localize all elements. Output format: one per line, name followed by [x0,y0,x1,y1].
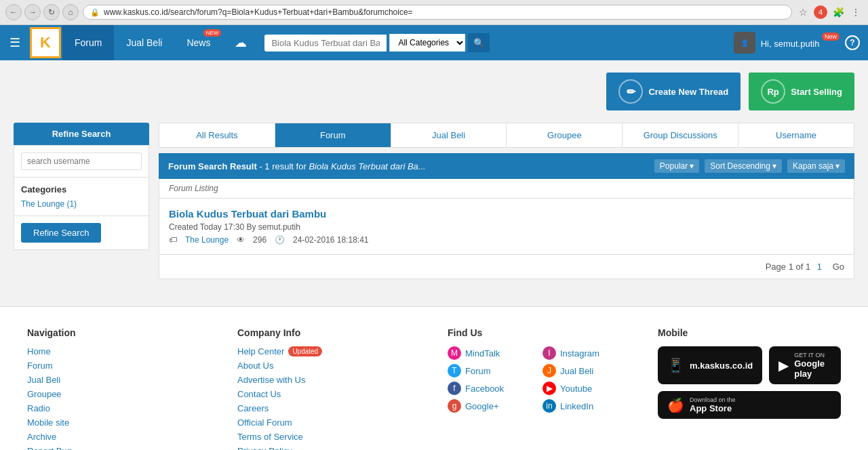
jualbeli-icon: J [542,364,556,377]
footer-link-groupee[interactable]: Groupee [27,389,210,399]
sort-popular-button[interactable]: Popular ▾ [654,159,699,173]
search-bar: All Categories 🔍 [264,33,490,52]
reload-button[interactable]: ↻ [43,4,60,20]
hamburger-menu[interactable]: ☰ [0,35,30,50]
category-select[interactable]: All Categories [389,34,465,52]
notification-icon[interactable]: 4 [814,5,827,19]
new-badge: New [822,33,840,41]
menu-icon[interactable]: ⋮ [849,5,863,19]
tab-group-discussions[interactable]: Group Discussions [623,123,738,147]
refine-search-button[interactable]: Refine Search [21,223,101,243]
result-sort-controls: Popular ▾ Sort Descending ▾ Kapan saja ▾ [654,159,845,173]
back-button[interactable]: ← [5,4,22,20]
footer-link-home[interactable]: Home [27,346,210,356]
result-item: Biola Kudus Terbuat dari Bambu Created T… [159,199,854,255]
create-thread-button[interactable]: ✏ Create New Thread [606,73,741,110]
footer-contact-us[interactable]: Contact Us [237,389,420,399]
nav-news[interactable]: News NEW [174,25,222,60]
facebook-icon: f [448,382,461,395]
navbar: ☰ K Forum Jual Beli News NEW ☁ All Categ… [0,25,868,60]
tab-all-results[interactable]: All Results [159,123,275,147]
sort-kapan-button[interactable]: Kapan saja ▾ [787,159,845,173]
forum-listing-label: Forum Listing [159,179,854,199]
browser-action-icons: ☆ 4 🧩 ⋮ [796,5,863,19]
url-text: www.kaskus.co.id/search/forum?q=Biola+Ku… [104,7,785,17]
find-us-youtube[interactable]: ▶ Youtube [542,382,624,395]
nav-jual-beli[interactable]: Jual Beli [114,25,174,60]
tabs-bar: All Results Forum Jual Beli Groupee Grou… [159,123,854,148]
search-button[interactable]: 🔍 [468,33,490,52]
find-us-facebook[interactable]: f Facebook [448,382,529,395]
sidebar-categories: Categories The Lounge (1) [14,178,149,216]
sidebar-search-box [14,145,149,178]
categories-title: Categories [21,184,142,195]
result-header: Forum Search Result - 1 result for Biola… [159,153,854,179]
footer-terms[interactable]: Terms of Service [237,432,420,442]
youtube-icon: ▶ [542,382,556,395]
pagination-text: Page 1 of 1 [766,262,811,272]
mobile-badge-row-1: 📱 m.kaskus.co.id ▶ GET IT ON Google play [658,346,841,384]
nav-cloud-icon[interactable]: ☁ [222,25,259,60]
find-us-instagram[interactable]: I Instagram [542,346,624,360]
footer-link-mobile-site[interactable]: Mobile site [27,417,210,428]
pagination: Page 1 of 1 1 Go [159,255,854,279]
sort-descending-button[interactable]: Sort Descending ▾ [705,159,782,173]
google-play-sub: GET IT ON [794,352,831,359]
forward-button[interactable]: → [24,4,41,20]
kaskus-mobile-badge[interactable]: 📱 m.kaskus.co.id [658,346,762,384]
tag-lounge-link[interactable]: The Lounge [185,235,229,245]
username-search-input[interactable] [21,152,142,170]
footer-link-forum[interactable]: Forum [27,361,210,371]
footer-nav-title: Navigation [27,327,210,338]
find-us-googleplus[interactable]: g Google+ [448,399,529,413]
results-area: All Results Forum Jual Beli Groupee Grou… [159,123,854,279]
find-us-jual-beli[interactable]: J Jual Beli [542,364,624,377]
nav-right: 👤 Hi, semut.putih New ? [734,32,868,54]
footer-careers[interactable]: Careers [237,403,420,413]
extension-icon[interactable]: 🧩 [831,5,845,19]
footer-advertise[interactable]: Advertise with Us [237,375,420,385]
google-play-badge[interactable]: ▶ GET IT ON Google play [769,346,841,384]
pagination-page-link[interactable]: 1 [817,262,822,272]
footer-official-forum[interactable]: Official Forum [237,417,420,428]
footer-link-report-bug[interactable]: Report Bug [27,446,210,450]
sidebar: Refine Search Categories The Lounge (1) … [14,123,149,279]
tab-jual-beli[interactable]: Jual Beli [391,123,507,147]
sidebar-refine-action: Refine Search [14,216,149,250]
result-item-title[interactable]: Biola Kudus Terbuat dari Bambu [169,208,326,220]
address-bar[interactable]: 🔒 www.kaskus.co.id/search/forum?q=Biola+… [83,5,792,20]
avatar[interactable]: 👤 [734,32,755,54]
app-store-sub: Download on the [690,396,736,403]
item-date: 24-02-2016 18:18:41 [293,235,368,245]
footer-link-jual-beli[interactable]: Jual Beli [27,375,210,385]
find-us-mindtalk[interactable]: M MindTalk [448,346,529,360]
tab-username[interactable]: Username [738,123,854,147]
find-us-grid: M MindTalk I Instagram T Forum J [448,346,631,413]
app-store-badge[interactable]: 🍎 Download on the App Store [658,391,841,419]
tab-forum[interactable]: Forum [275,123,391,147]
result-header-title: Forum Search Result - 1 result for Biola… [168,161,426,171]
footer-privacy[interactable]: Privacy Policy [237,446,420,450]
footer-mobile: Mobile 📱 m.kaskus.co.id ▶ GET IT ON Goog… [658,327,841,450]
category-link-lounge[interactable]: The Lounge (1) [21,199,77,209]
find-us-row-1: M MindTalk I Instagram [448,346,631,360]
help-button[interactable]: ? [845,35,860,50]
find-us-forum[interactable]: T Forum [448,364,529,377]
footer-find-us: Find Us M MindTalk I Instagram T Forum [448,327,631,450]
footer-about-us[interactable]: About Us [237,361,420,371]
item-views: 296 [253,235,267,245]
mobile-badges: 📱 m.kaskus.co.id ▶ GET IT ON Google play [658,346,841,419]
start-selling-button[interactable]: Rp Start Selling [749,73,854,110]
footer-link-radio[interactable]: Radio [27,403,210,413]
nav-forum[interactable]: Forum [62,25,114,60]
search-input[interactable] [264,35,387,52]
bookmark-icon[interactable]: ☆ [796,5,810,19]
find-us-linkedin[interactable]: in LinkedIn [542,399,624,413]
footer-help-center[interactable]: Help Center [237,346,284,356]
footer-link-archive[interactable]: Archive [27,432,210,442]
home-button[interactable]: ⌂ [62,4,79,20]
help-center-row: Help Center Updated [237,346,420,356]
logo[interactable]: K [30,27,61,58]
footer-mobile-title: Mobile [658,327,841,338]
tab-groupee[interactable]: Groupee [507,123,623,147]
